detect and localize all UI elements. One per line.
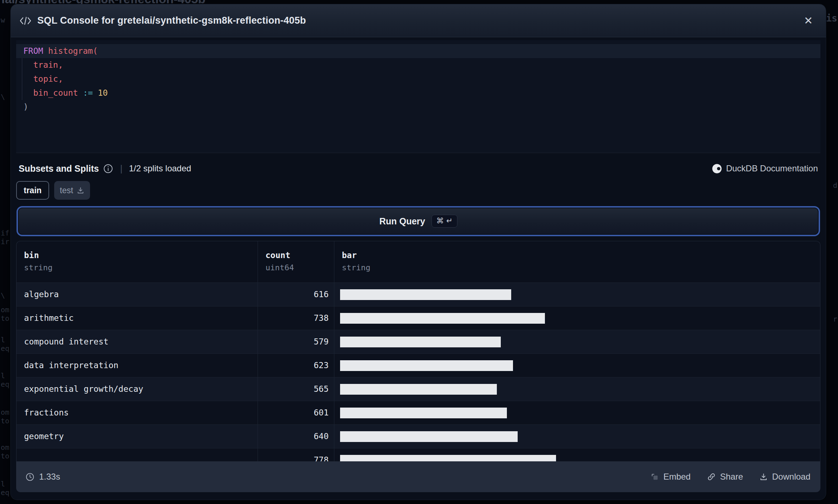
background-text-fragment: eq [1,380,9,389]
code-icon [19,15,32,26]
share-button[interactable]: Share [707,472,743,482]
histogram-bar [340,360,513,371]
cell-count: 579 [258,330,334,353]
download-icon [77,187,84,194]
background-text-fragment: ir [1,237,9,246]
embed-button[interactable]: Embed [651,472,691,482]
run-query-inner: Run Query ⌘ ↵ [19,208,818,234]
background-text-fragment: if [1,229,9,237]
cell-bin [17,448,258,461]
code-token [23,88,33,98]
cell-count: 616 [258,283,334,306]
code-token: := [83,88,93,98]
run-query-button[interactable]: Run Query ⌘ ↵ [17,206,820,236]
share-label: Share [720,472,743,482]
modal-header: SQL Console for gretelai/synthetic-gsm8k… [11,4,826,37]
column-header-bar: bar string [334,241,820,282]
cell-bar [334,330,820,353]
code-token: train, [33,60,63,70]
download-button[interactable]: Download [759,472,810,482]
modal-footer: 1.33s Embed Shar [16,461,820,492]
cell-bin: geometry [17,425,258,448]
cell-count: 778 [258,448,334,461]
background-text-fragment: d [833,181,837,190]
download-icon [759,473,768,481]
code-token [23,74,33,84]
background-text-fragment: to [1,452,9,460]
code-token: histogram( [48,46,98,56]
table-row: compound interest579 [17,330,820,353]
code-token: 10 [98,88,108,98]
code-token: FROM [23,46,43,56]
cell-bar [334,306,820,330]
background-text-fragment: l [1,480,5,488]
splits-row: train test [11,181,826,200]
background-text-fragment: to [1,417,9,425]
cell-bar [334,377,820,401]
cell-count: 738 [258,306,334,330]
query-duration: 1.33s [39,472,60,482]
background-text-fragment: is [826,13,837,24]
share-link-icon [707,472,716,481]
cell-bin: arithmetic [17,306,258,330]
sql-editor[interactable]: FROM histogram( train, topic, bin_count … [16,40,820,153]
code-token [78,88,83,98]
cell-count: 623 [258,354,334,377]
histogram-bar [340,289,511,300]
cell-count: 601 [258,401,334,424]
cell-bin: fractions [17,401,258,424]
background-text-fragment: w [1,16,5,24]
split-button-test[interactable]: test [54,181,90,200]
code-line: ) [16,100,820,114]
background-text-fragment: eq [1,344,9,353]
background-text-fragment: l [1,336,5,344]
code-token [93,88,98,98]
background-text-fragment: l [1,371,5,380]
split-test-label: test [60,186,73,195]
cell-bar [334,283,820,306]
code-line: train, [16,58,820,72]
subsets-title: Subsets and Splits [19,163,99,174]
modal-title: SQL Console for gretelai/synthetic-gsm8k… [37,15,306,26]
split-train-label: train [24,186,42,195]
divider: | [120,163,123,174]
code-line: topic, [16,72,820,86]
table-row: geometry640 [17,424,820,448]
background-text-fragment: to [1,314,9,323]
code-line: FROM histogram( [16,44,820,58]
info-icon[interactable] [103,164,113,173]
background-text-fragment: om [1,443,9,452]
column-header-bin: bin string [17,241,258,282]
histogram-bar [340,408,507,418]
table-row: exponential growth/decay565 [17,377,820,401]
histogram-bar [340,431,518,442]
cell-count: 565 [258,377,334,401]
code-token [43,46,48,56]
background-text-fragment: \ [1,92,5,101]
clock-icon [25,472,34,481]
code-token: bin_count [33,88,78,98]
column-name: bar [342,251,820,260]
histogram-bar [340,384,497,395]
table-row: fractions601 [17,401,820,424]
code-token: topic, [33,74,63,84]
histogram-bar [340,337,501,347]
split-button-train[interactable]: train [16,181,49,200]
run-query-label: Run Query [379,216,425,227]
background-text-fragment: r [833,315,837,323]
duckdb-icon [712,164,722,173]
run-query-shortcut: ⌘ ↵ [432,215,457,228]
cell-bin: exponential growth/decay [17,377,258,401]
duckdb-docs-link[interactable]: DuckDB Documentation [712,163,818,173]
table-header: bin string count uint64 bar string [17,241,820,282]
cell-count: 640 [258,425,334,448]
column-name: bin [24,251,258,260]
cell-bar [334,448,820,461]
column-name: count [265,251,334,260]
close-icon[interactable]: ✕ [800,13,816,28]
background-text-fragment: \ [1,291,5,300]
code-token: ) [23,102,28,111]
results-table: bin string count uint64 bar string algeb… [16,241,820,461]
duckdb-docs-label: DuckDB Documentation [726,163,818,173]
embed-icon [651,473,659,481]
